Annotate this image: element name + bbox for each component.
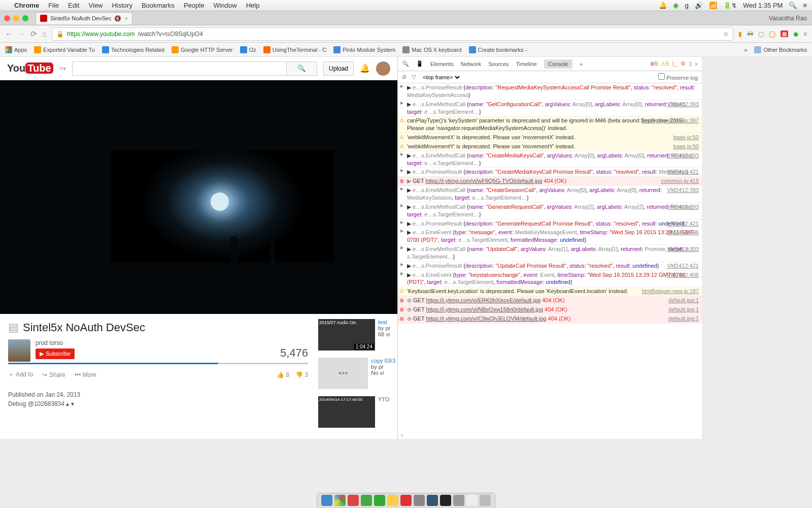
profile-name[interactable]: Vasantha Rao [769, 15, 807, 22]
tab-audio-icon[interactable]: 🔇 [114, 15, 121, 22]
wifi-icon[interactable]: 📶 [709, 2, 717, 9]
window-minimize-button[interactable] [13, 15, 19, 21]
bookmark-item[interactable]: Technologies Related [102, 46, 164, 53]
bookmark-item[interactable]: Mac OS X keyboard [402, 46, 461, 53]
console-line[interactable]: ▶ e…s.EmeEvent {type: "keystatuseschange… [398, 271, 702, 288]
bookmark-item[interactable]: Create bookmarks - [469, 46, 527, 53]
console-line[interactable]: ▶ e…s.EmeMethodCall {name: "CreateMediaK… [398, 151, 702, 168]
menu-help[interactable]: Help [246, 2, 260, 9]
playlist-icon[interactable]: ▤ [8, 321, 19, 334]
menu-view[interactable]: View [88, 2, 103, 9]
devtools-tab-more[interactable]: » [580, 61, 583, 67]
other-bookmarks[interactable]: Other Bookmarks [754, 46, 807, 53]
error-count[interactable]: ⊗5 [650, 60, 658, 67]
menu-file[interactable]: File [48, 2, 59, 9]
bookmark-overflow[interactable]: » [744, 47, 747, 53]
video-player[interactable] [0, 80, 397, 314]
console-prompt[interactable]: › [398, 431, 702, 439]
console-line[interactable]: ▶ e…s.EmeEvent {type: "message", event: … [398, 228, 702, 245]
upload-button[interactable]: Upload [323, 61, 354, 76]
battery-icon[interactable]: 🔋↯ [723, 2, 737, 9]
clear-console-icon[interactable]: ⊘ [402, 74, 407, 80]
settings-icon[interactable]: ⚙ [681, 60, 686, 67]
menu-bookmarks[interactable]: Bookmarks [142, 2, 175, 9]
device-icon[interactable]: 📱 [416, 60, 423, 67]
youtube-logo[interactable]: YouTube [7, 62, 53, 74]
apps-button[interactable]: Apps [5, 46, 27, 53]
app-name[interactable]: Chrome [14, 2, 39, 9]
dock-icon[interactable]: ▯ [689, 60, 692, 67]
preserve-log-checkbox[interactable]: Preserve log [658, 73, 698, 81]
spotlight-icon[interactable]: 🔍 [789, 2, 797, 9]
close-devtools-icon[interactable]: × [695, 61, 698, 67]
console-line[interactable]: ▶ e…s.PromiseResult {description: "Reque… [398, 83, 702, 100]
bookmark-item[interactable]: Pinto Module System [333, 46, 395, 53]
console-line[interactable]: ⊗ GET https://i.ytimg.com/vi/C9wQhJELOVM… [398, 314, 702, 324]
menu-edit[interactable]: Edit [68, 2, 79, 9]
menu-history[interactable]: History [112, 2, 132, 9]
console-line[interactable]: 'webkitMovementX' is deprecated. Please … [398, 133, 702, 142]
addto-button[interactable]: ＋ Add to [8, 370, 33, 379]
warning-count[interactable]: ⚠5 [661, 60, 669, 67]
console-line[interactable]: ▶ e…s.PromiseResult {description: "Updat… [398, 262, 702, 271]
console-line[interactable]: ▶ e…s.PromiseResult {description: "Gener… [398, 219, 702, 229]
share-button[interactable]: ↪ Share [42, 371, 65, 378]
menu-window[interactable]: Window [213, 2, 236, 9]
window-zoom-button[interactable] [22, 15, 28, 21]
search-button[interactable]: 🔍 [287, 61, 317, 76]
clock[interactable]: Wed 1:35 PM [743, 2, 783, 9]
ext-icon[interactable]: ▦ [781, 30, 788, 37]
subscribe-button[interactable]: ▶Subscribe [36, 348, 75, 359]
ext-icon[interactable]: ◉ [793, 30, 798, 38]
menu-icon[interactable]: ≡ [803, 2, 807, 9]
sync-icon[interactable]: ◉ [673, 2, 679, 9]
console-line[interactable]: 'webkitMovementY' is deprecated. Please … [398, 142, 702, 151]
debug-info[interactable]: Debug @102683834 ▴ ▾ [8, 400, 308, 407]
address-bar[interactable]: 🔒 https://www.youtube.com/watch?v=tsO9Sq… [52, 27, 733, 41]
console-line[interactable]: ▶ e…s.EmeMethodCall {name: "GenerateRequ… [398, 203, 702, 219]
google-icon[interactable]: 𝗀 [685, 2, 689, 9]
devtools-tab-timeline[interactable]: Timeline [516, 61, 537, 67]
devtools-tab-sources[interactable]: Sources [488, 61, 509, 67]
bookmark-item[interactable]: Exported Variable Tu [34, 46, 95, 53]
console-line[interactable]: ▶ e…s.EmeMethodCall {name: "UpdateCall",… [398, 245, 702, 262]
cast-icon[interactable]: ▢ [758, 30, 764, 38]
devtools-tab-network[interactable]: Network [461, 61, 481, 67]
channel-name[interactable]: prod torso [36, 339, 75, 346]
lock-icon[interactable]: 🔒 [56, 30, 64, 38]
console-line[interactable]: canPlayType()'s 'keySystem' parameter is… [398, 116, 702, 133]
dislike-button[interactable]: 👎 3 [295, 371, 308, 378]
bookmark-item[interactable]: Oz [240, 46, 256, 53]
ext-icon[interactable]: ◯ [769, 30, 775, 38]
devtools-tab-elements[interactable]: Elements [430, 61, 454, 67]
suggested-video[interactable]: 2015/07 Audio On.1:04:24 testby pr68 vi [318, 319, 395, 351]
channel-avatar[interactable] [8, 339, 30, 362]
console-line[interactable]: ▶ GET https://i.ytimg.com/vi/wF6Q5G-TVOI… [398, 177, 702, 186]
user-avatar[interactable] [376, 61, 390, 76]
console-line[interactable]: ▶ e…s.EmeMethodCall {name: "GetConfigura… [398, 100, 702, 117]
drawer-icon[interactable]: ⟩_ [672, 60, 677, 67]
window-close-button[interactable] [4, 15, 10, 21]
more-button[interactable]: ••• More [75, 371, 96, 378]
close-tab-icon[interactable]: × [124, 15, 127, 21]
volume-icon[interactable]: 🔊 [695, 2, 703, 9]
bookmark-item[interactable]: Google HTTP Server [172, 46, 233, 53]
devtools-tab-console[interactable]: Console [544, 59, 572, 69]
context-selector[interactable]: <top frame> [421, 74, 461, 81]
notification-icon[interactable]: 🔔 [659, 2, 667, 9]
console-line[interactable]: ▶ e…s.PromiseResult {description: "Creat… [398, 168, 702, 177]
console-line[interactable]: 'KeyboardEvent.keyLocation' is deprecate… [398, 287, 702, 296]
console-line[interactable]: ⊗ GET https://i.ytimg.com/vi/NBeOxw158n0… [398, 305, 702, 314]
chrome-menu-icon[interactable]: ≡ [803, 30, 807, 38]
console-output[interactable]: ▶ e…s.PromiseResult {description: "Reque… [398, 83, 702, 431]
suggested-video[interactable]: 2014/04/14-17:17:40:00 YTO [318, 396, 395, 428]
inspect-icon[interactable]: 🔍 [402, 60, 409, 67]
home-button[interactable]: ⌂ [42, 29, 47, 38]
ext-icon[interactable]: ▮ [738, 30, 742, 38]
bell-icon[interactable]: 🔔 [360, 64, 370, 73]
browser-tab[interactable]: Sintel5x NoAuth DevSec 🔇 × [36, 12, 132, 24]
reload-button[interactable]: ⟳ [30, 29, 37, 39]
ext-icon[interactable]: 🕶 [747, 30, 753, 38]
star-icon[interactable]: ☆ [723, 30, 729, 38]
suggested-video[interactable]: ••• copy 03/3by prNo vi [318, 358, 395, 389]
